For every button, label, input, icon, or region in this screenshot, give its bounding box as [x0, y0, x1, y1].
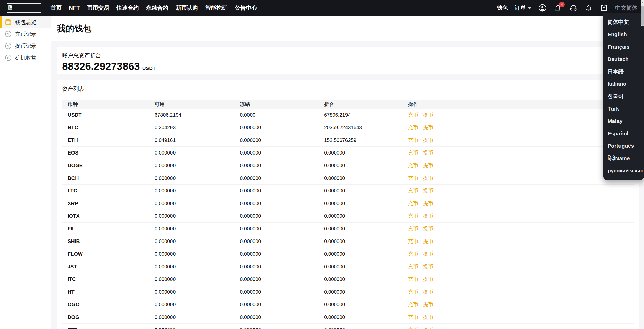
- balance-amount: 88326.29273863: [62, 60, 140, 72]
- nav-item[interactable]: 首页: [51, 4, 62, 12]
- asset-frozen: 0.000000: [240, 125, 324, 130]
- language-option[interactable]: Deutsch: [603, 53, 644, 65]
- deposit-link[interactable]: 充币: [408, 124, 418, 131]
- withdraw-link[interactable]: 提币: [423, 187, 433, 194]
- asset-converted: 67806.2194: [324, 112, 408, 118]
- language-option[interactable]: 한국어: [603, 90, 644, 102]
- download-icon: [600, 4, 608, 12]
- table-row: XRP0.0000000.0000000.000000充币提币: [62, 197, 634, 210]
- sidebar-item-label: 矿机收益: [15, 54, 36, 61]
- logo-broken-image[interactable]: [7, 3, 41, 13]
- language-option[interactable]: Português: [603, 140, 644, 152]
- deposit-link[interactable]: 充币: [408, 251, 418, 257]
- withdraw-link[interactable]: 提币: [423, 175, 433, 182]
- asset-converted: 0.000000: [324, 327, 408, 329]
- language-option[interactable]: русский язык: [603, 164, 644, 177]
- asset-ticker: ETH: [68, 137, 155, 143]
- nav-item[interactable]: NFT: [69, 5, 80, 11]
- sidebar-item[interactable]: $矿机收益: [0, 52, 51, 64]
- withdraw-link[interactable]: 提币: [423, 251, 433, 257]
- deposit-link[interactable]: 充币: [408, 137, 418, 144]
- withdraw-link[interactable]: 提币: [423, 263, 433, 270]
- notifications-button[interactable]: 4: [554, 4, 562, 12]
- asset-frozen: 0.000000: [240, 137, 324, 143]
- asset-actions: 充币提币: [408, 263, 634, 270]
- deposit-link[interactable]: 充币: [408, 301, 418, 308]
- table-header: 币种可用冻结折合操作: [62, 100, 634, 109]
- language-option[interactable]: Türk: [603, 102, 644, 115]
- deposit-link[interactable]: 充币: [408, 225, 418, 232]
- asset-ticker: OGO: [68, 302, 155, 308]
- deposit-link[interactable]: 充币: [408, 162, 418, 169]
- language-option[interactable]: Italiano: [603, 78, 644, 90]
- withdraw-link[interactable]: 提币: [423, 225, 433, 232]
- withdraw-link[interactable]: 提币: [423, 238, 433, 245]
- withdraw-link[interactable]: 提币: [423, 213, 433, 220]
- withdraw-link[interactable]: 提币: [423, 314, 433, 321]
- headset-icon: [569, 4, 577, 12]
- asset-ticker: EOS: [68, 150, 155, 156]
- scrollbar-thumb[interactable]: [641, 6, 644, 26]
- withdraw-link[interactable]: 提币: [423, 276, 433, 283]
- asset-frozen: 0.000000: [240, 150, 324, 156]
- deposit-link[interactable]: 充币: [408, 149, 418, 156]
- sidebar-item[interactable]: $提币记录: [0, 40, 51, 52]
- account-button[interactable]: [538, 4, 547, 12]
- deposit-link[interactable]: 充币: [408, 112, 418, 118]
- language-option[interactable]: English: [603, 28, 644, 40]
- deposit-link[interactable]: 充币: [408, 276, 418, 283]
- language-option[interactable]: 日本語: [603, 65, 644, 78]
- download-app-button[interactable]: [600, 4, 608, 12]
- sidebar-item[interactable]: 钱包总览: [0, 16, 51, 28]
- withdraw-link[interactable]: 提币: [423, 327, 433, 329]
- orders-link[interactable]: 订单: [515, 4, 531, 12]
- nav-item[interactable]: 公告中心: [235, 4, 257, 12]
- withdraw-link[interactable]: 提币: [423, 289, 433, 295]
- deposit-link[interactable]: 充币: [408, 314, 418, 321]
- announcements-button[interactable]: [584, 4, 593, 12]
- nav-item[interactable]: 快速合约: [117, 4, 139, 12]
- nav-item[interactable]: 新币认购: [176, 4, 198, 12]
- nav-right: 钱包 订单 4: [497, 4, 637, 12]
- wallet-link[interactable]: 钱包: [497, 4, 508, 12]
- deposit-link[interactable]: 充币: [408, 327, 418, 329]
- sidebar-item[interactable]: $充币记录: [0, 28, 51, 40]
- withdraw-link[interactable]: 提币: [423, 200, 433, 207]
- asset-ticker: HT: [68, 289, 155, 295]
- deposit-link[interactable]: 充币: [408, 200, 418, 207]
- deposit-link[interactable]: 充币: [408, 175, 418, 182]
- asset-converted: 0.000000: [324, 226, 408, 232]
- withdraw-link[interactable]: 提币: [423, 301, 433, 308]
- page-title: 我的钱包: [57, 23, 91, 34]
- language-selector[interactable]: 中文简体: [615, 4, 637, 12]
- deposit-link[interactable]: 充币: [408, 213, 418, 220]
- withdraw-link[interactable]: 提币: [423, 124, 433, 131]
- withdraw-link[interactable]: 提币: [423, 112, 433, 118]
- withdraw-link[interactable]: 提币: [423, 137, 433, 144]
- scrollbar[interactable]: [641, 0, 644, 26]
- asset-converted: 0.000000: [324, 150, 408, 156]
- asset-frozen: 0.000000: [240, 213, 324, 219]
- nav-item[interactable]: 智能挖矿: [205, 4, 228, 12]
- asset-converted: 0.000000: [324, 264, 408, 270]
- language-option[interactable]: हिंदीName: [603, 152, 644, 164]
- asset-available: 0.000000: [155, 175, 240, 181]
- support-button[interactable]: [569, 4, 578, 12]
- balance-row: 88326.29273863 USDT: [62, 60, 634, 72]
- nav-item[interactable]: 币币交易: [87, 4, 109, 12]
- deposit-link[interactable]: 充币: [408, 238, 418, 245]
- nav-item[interactable]: 永续合约: [146, 4, 168, 12]
- language-option[interactable]: Français: [603, 40, 644, 53]
- deposit-link[interactable]: 充币: [408, 263, 418, 270]
- language-option[interactable]: Malay: [603, 115, 644, 127]
- language-option[interactable]: Español: [603, 127, 644, 140]
- table-row: BCH0.0000000.0000000.000000充币提币: [62, 172, 634, 185]
- deposit-link[interactable]: 充币: [408, 289, 418, 295]
- language-option[interactable]: 简体中文: [603, 16, 644, 28]
- asset-frozen: 0.0000: [240, 112, 324, 118]
- asset-available: 0.000000: [155, 226, 240, 232]
- deposit-link[interactable]: 充币: [408, 187, 418, 194]
- table-row: LTC0.0000000.0000000.000000充币提币: [62, 185, 634, 197]
- withdraw-link[interactable]: 提币: [423, 162, 433, 169]
- withdraw-link[interactable]: 提币: [423, 149, 433, 156]
